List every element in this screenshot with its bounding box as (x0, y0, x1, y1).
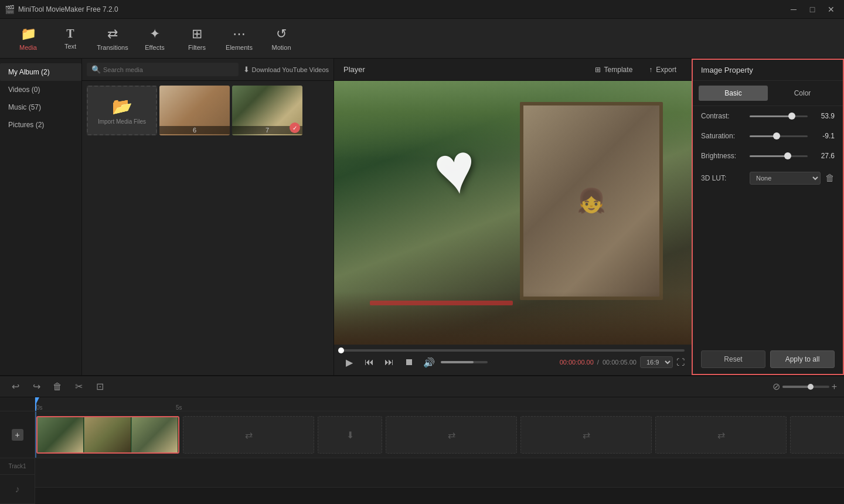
media-item-6[interactable]: 6 (159, 86, 230, 135)
empty-slot-3[interactable]: ⇄ (386, 416, 517, 454)
stop-button[interactable]: ⏹ (401, 354, 417, 370)
search-input[interactable] (103, 66, 234, 73)
sidebar-item-pictures[interactable]: Pictures (2) (0, 116, 81, 134)
effects-icon: ✦ (149, 26, 160, 42)
redo-button[interactable]: ↪ (28, 379, 45, 395)
sidebar: My Album (2) Videos (0) Music (57) Pictu… (0, 59, 82, 375)
saturation-label: Saturation: (701, 132, 745, 140)
empty-slot-2[interactable]: ⬇ (318, 416, 382, 454)
contrast-fill (750, 115, 792, 117)
media-icon: 📁 (21, 26, 36, 42)
contrast-slider[interactable] (750, 115, 808, 117)
sidebar-item-my-album[interactable]: My Album (2) (0, 63, 81, 81)
search-box: 🔍 (87, 63, 239, 76)
toolbar-elements[interactable]: ⋯ Elements (218, 21, 260, 56)
audio-icon: ♪ (15, 484, 20, 495)
lut-select[interactable]: None (750, 172, 821, 185)
media-item-7[interactable]: 7 ✓ (232, 86, 302, 135)
main-area: My Album (2) Videos (0) Music (57) Pictu… (0, 59, 844, 375)
sidebar-pictures-label: Pictures (2) (8, 121, 44, 129)
import-media-button[interactable]: 📂 Import Media Files (87, 86, 157, 135)
toolbar-transitions-label: Transitions (97, 44, 128, 51)
brightness-label: Brightness: (701, 152, 745, 160)
play-button[interactable]: ▶ (341, 354, 358, 370)
crop-button[interactable]: ⊡ (91, 379, 108, 395)
reset-button[interactable]: Reset (701, 350, 765, 368)
player-video: ♥ 👧 (334, 81, 692, 345)
download-youtube-button[interactable]: ⬇ Download YouTube Videos (243, 65, 329, 74)
tab-color[interactable]: Color (768, 86, 837, 101)
audio-track (35, 458, 844, 488)
contrast-label: Contrast: (701, 112, 745, 120)
tab-basic[interactable]: Basic (699, 86, 768, 101)
toolbar-elements-label: Elements (226, 44, 253, 51)
progress-bar[interactable] (341, 349, 685, 352)
maximize-button[interactable]: □ (804, 4, 821, 15)
track1-label: Track1 (0, 458, 35, 475)
toolbar-effects[interactable]: ✦ Effects (134, 21, 176, 56)
lut-delete-button[interactable]: 🗑 (825, 173, 835, 183)
close-button[interactable]: ✕ (823, 4, 839, 15)
clip-frames (38, 417, 178, 452)
timeline-ruler: 0s 5s (35, 397, 844, 411)
toolbar-media[interactable]: 📁 Media (7, 21, 49, 56)
empty-slot-6[interactable]: ⇄ (790, 416, 844, 454)
toolbar-text[interactable]: T Text (49, 21, 91, 56)
toolbar-motion[interactable]: ↺ Motion (260, 21, 302, 56)
thumb-label-6: 6 (159, 126, 230, 134)
time-current: 00:00:00.00 (560, 359, 594, 366)
playhead[interactable] (35, 397, 36, 411)
sidebar-item-videos[interactable]: Videos (0) (0, 81, 81, 98)
video-track: ⇄ ⬇ ⇄ ⇄ ⇄ ⇄ (35, 411, 844, 458)
contrast-thumb (788, 113, 795, 120)
empty-slot-1[interactable]: ⇄ (183, 416, 314, 454)
timeline-content: + Track1 ♪ 0s 5s (0, 397, 844, 504)
zoom-fill (782, 386, 811, 388)
volume-slider[interactable] (441, 361, 488, 363)
swap-icon-2: ⇄ (448, 430, 455, 441)
toolbar-filters[interactable]: ⊞ Filters (176, 21, 218, 56)
undo-button[interactable]: ↩ (7, 379, 23, 395)
saturation-thumb (773, 132, 780, 139)
zoom-thumb (808, 384, 814, 390)
search-icon: 🔍 (91, 65, 101, 74)
property-panel: Image Property Basic Color Contrast: 53.… (692, 59, 844, 375)
zoom-slider[interactable] (782, 386, 829, 388)
export-button[interactable]: ↑ Export (643, 63, 682, 76)
property-tabs: Basic Color (693, 81, 843, 106)
toolbar-transitions[interactable]: ⇄ Transitions (91, 21, 134, 56)
saturation-slider[interactable] (750, 135, 808, 137)
aspect-ratio-select[interactable]: 16:9 9:16 1:1 4:3 (640, 356, 673, 368)
empty-slot-4[interactable]: ⇄ (520, 416, 652, 454)
timeline-clip-main[interactable] (36, 416, 179, 454)
player-controls: ▶ ⏮ ⏭ ⏹ 🔊 00:00:00.00 / 00:00:05.00 16:9… (334, 345, 692, 375)
minimize-button[interactable]: ─ (785, 4, 802, 15)
toolbar-text-label: Text (64, 43, 76, 50)
add-track-button[interactable]: + (12, 429, 23, 441)
clip-frame-1 (38, 417, 84, 452)
brightness-row: Brightness: 27.6 (693, 146, 843, 166)
next-button[interactable]: ⏭ (381, 354, 397, 370)
lut-row: 3D LUT: None 🗑 (693, 166, 843, 190)
apply-to-all-button[interactable]: Apply to all (770, 350, 835, 368)
delete-button[interactable]: 🗑 (49, 379, 66, 395)
brightness-slider[interactable] (750, 155, 808, 157)
brightness-thumb (784, 152, 791, 159)
media-grid: 📂 Import Media Files 6 7 ✓ (82, 81, 333, 375)
volume-icon[interactable]: 🔊 (421, 354, 437, 370)
fullscreen-button[interactable]: ⛶ (676, 357, 685, 367)
app-icon: 🎬 (5, 5, 15, 14)
media-panel: 🔍 ⬇ Download YouTube Videos 📂 Import Med… (82, 59, 334, 375)
toolbar-filters-label: Filters (188, 44, 206, 51)
timeline-tracks: 0s 5s ⇄ ⬇ (35, 397, 844, 504)
zoom-in-icon: + (832, 382, 837, 392)
download-icon-slot: ⬇ (346, 430, 354, 441)
volume-fill (441, 361, 474, 363)
empty-slot-5[interactable]: ⇄ (655, 416, 787, 454)
prev-button[interactable]: ⏮ (361, 354, 377, 370)
clip-frame-2 (84, 417, 131, 452)
download-icon: ⬇ (243, 65, 250, 74)
cut-button[interactable]: ✂ (70, 379, 87, 395)
sidebar-item-music[interactable]: Music (57) (0, 98, 81, 116)
template-button[interactable]: ⊞ Template (589, 63, 639, 76)
